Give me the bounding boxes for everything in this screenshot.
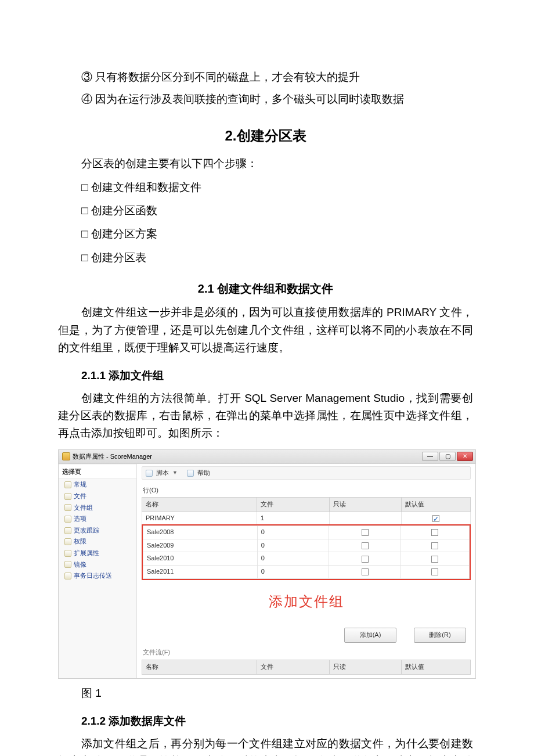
filegroup-table: 名称 文件 只读 默认值 PRIMARY 1	[142, 497, 471, 525]
callout-text: 添加文件组	[142, 580, 471, 623]
para-2-1-2: 添加文件组之后，再分别为每一个文件组建立对应的数据文件，为什么要创建数据库文件呢…	[58, 735, 473, 756]
table-row[interactable]: Sale2009 0	[143, 539, 470, 552]
filestream-label: 文件流(F)	[142, 646, 471, 660]
page-icon	[64, 527, 71, 534]
maximize-button[interactable]: ▢	[439, 452, 456, 461]
cell-default	[400, 526, 469, 539]
cell-files: 0	[257, 552, 329, 566]
cell-name: PRIMARY	[142, 512, 257, 525]
th-files: 文件	[257, 498, 330, 512]
para-2-1: 创建文件组这一步并非是必须的，因为可以直接使用数据库的 PRIMARY 文件，但…	[58, 304, 473, 357]
sidebar-label: 权限	[74, 537, 86, 547]
titlebar: 数据库属性 - ScoreManager — ▢ ✕	[59, 450, 475, 464]
cell-default	[402, 512, 471, 525]
sidebar-item-filegroups[interactable]: 文件组	[59, 502, 136, 514]
sidebar-item-options[interactable]: 选项	[59, 513, 136, 525]
page-icon	[64, 561, 71, 568]
screenshot-dialog: 数据库属性 - ScoreManager — ▢ ✕ 选择页 常规 文件 文件组…	[58, 449, 476, 679]
cell-readonly	[329, 552, 401, 566]
help-button[interactable]: 帮助	[197, 468, 210, 478]
close-icon: ✕	[463, 453, 467, 459]
page-icon	[64, 573, 71, 579]
cell-files: 0	[257, 566, 329, 579]
step-item: □ 创建分区方案	[81, 225, 473, 243]
sidebar-label: 更改跟踪	[74, 525, 99, 536]
table-row[interactable]: Sale2010 0	[143, 552, 470, 566]
cell-name: Sale2010	[143, 552, 258, 566]
checkbox[interactable]	[432, 515, 439, 522]
delete-button[interactable]: 删除(R)	[414, 628, 466, 643]
step-text: 创建分区函数	[91, 204, 157, 217]
sidebar-label: 镜像	[74, 560, 86, 570]
cell-files: 0	[257, 526, 329, 539]
cell-files: 0	[257, 539, 329, 552]
th-name: 名称	[142, 498, 257, 512]
filegroup-table-added: Sale2008 0 Sale2009 0 Sale2010	[143, 525, 470, 578]
sidebar-label: 扩展属性	[74, 548, 99, 559]
heading-2-1: 2.1 创建文件组和数据文件	[58, 279, 473, 298]
sidebar: 选择页 常规 文件 文件组 选项 更改跟踪 权限 扩展属性 镜像 事务日志传送	[59, 464, 137, 678]
document-page: ③ 只有将数据分区分到不同的磁盘上，才会有较大的提升 ④ 因为在运行涉及表间联接…	[0, 0, 534, 756]
minimize-icon: —	[427, 453, 433, 459]
page-icon	[64, 481, 71, 488]
filestream-table: 名称 文件 只读 默认值	[142, 660, 471, 675]
cell-readonly	[329, 526, 401, 539]
dropdown-icon[interactable]: ▼	[172, 469, 178, 477]
sidebar-label: 选项	[74, 514, 86, 524]
checkbox[interactable]	[431, 542, 438, 549]
checkbox[interactable]	[431, 529, 438, 536]
minimize-button[interactable]: —	[422, 452, 438, 461]
script-icon	[146, 470, 153, 477]
page-icon	[64, 504, 71, 511]
sidebar-label: 文件	[74, 491, 86, 502]
dialog-body: 选择页 常规 文件 文件组 选项 更改跟踪 权限 扩展属性 镜像 事务日志传送 …	[59, 464, 475, 678]
window-title: 数据库属性 - ScoreManager	[73, 452, 152, 462]
step-item: □ 创建分区表	[81, 249, 473, 267]
script-button[interactable]: 脚本	[156, 468, 169, 478]
step-text: 创建分区表	[91, 251, 146, 264]
table-row[interactable]: PRIMARY 1	[142, 512, 471, 525]
table-row[interactable]: Sale2008 0	[143, 526, 470, 539]
checkbox[interactable]	[431, 568, 438, 575]
bullet-4: ④ 因为在运行涉及表间联接的查询时，多个磁头可以同时读取数据	[58, 91, 473, 108]
table-header: 名称 文件 只读 默认值	[142, 498, 471, 512]
th-readonly: 只读	[329, 498, 402, 512]
table-header: 名称 文件 只读 默认值	[142, 660, 471, 675]
cell-default	[400, 552, 469, 566]
sidebar-item-general[interactable]: 常规	[59, 479, 136, 491]
cell-name: Sale2008	[143, 526, 258, 539]
checkbox[interactable]	[362, 542, 369, 549]
db-icon	[62, 452, 70, 460]
heading-2-1-1: 2.1.1 添加文件组	[58, 367, 473, 384]
cell-default	[400, 566, 469, 579]
table-row[interactable]: Sale2011 0	[143, 566, 470, 579]
page-icon	[64, 538, 71, 545]
select-page-label: 选择页	[59, 465, 136, 480]
highlight-box: Sale2008 0 Sale2009 0 Sale2010	[142, 524, 471, 579]
help-icon	[187, 470, 194, 477]
sidebar-item-extended[interactable]: 扩展属性	[59, 548, 136, 559]
close-button[interactable]: ✕	[457, 452, 473, 461]
th-files: 文件	[257, 660, 330, 675]
checkbox[interactable]	[362, 556, 369, 563]
bullet-3: ③ 只有将数据分区分到不同的磁盘上，才会有较大的提升	[58, 69, 473, 86]
toolbar: 脚本 ▼ 帮助	[142, 466, 471, 480]
heading-2-1-2: 2.1.2 添加数据库文件	[58, 712, 473, 730]
checkbox[interactable]	[362, 568, 369, 575]
sidebar-item-changetracking[interactable]: 更改跟踪	[59, 525, 136, 537]
add-button[interactable]: 添加(A)	[344, 628, 396, 643]
sidebar-item-logshipping[interactable]: 事务日志传送	[59, 570, 136, 582]
checkbox[interactable]	[431, 556, 438, 563]
sidebar-item-files[interactable]: 文件	[59, 491, 136, 502]
th-readonly: 只读	[329, 660, 402, 675]
sidebar-item-mirror[interactable]: 镜像	[59, 559, 136, 571]
titlebar-left: 数据库属性 - ScoreManager	[62, 452, 152, 462]
para-2-1-1: 创建文件组的方法很简单。打开 SQL Server Management Stu…	[58, 390, 473, 442]
page-icon	[64, 516, 71, 523]
sidebar-item-permissions[interactable]: 权限	[59, 536, 136, 548]
cell-readonly	[329, 539, 401, 552]
page-icon	[64, 493, 71, 500]
th-default: 默认值	[402, 660, 471, 675]
checkbox[interactable]	[362, 529, 369, 536]
cell-default	[400, 539, 469, 552]
